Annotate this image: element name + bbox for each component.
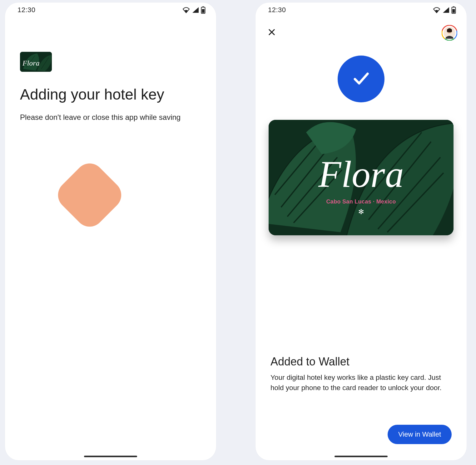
status-bar: 12:30 <box>255 2 467 17</box>
hotel-key-card[interactable]: Flora Cabo San Lucas · Mexico ✻ <box>269 120 454 235</box>
page-title: Added to Wallet <box>270 355 350 368</box>
page-subtitle: Your digital hotel key works like a plas… <box>270 373 452 393</box>
gesture-bar[interactable] <box>335 456 388 457</box>
phone-frame-left: 12:30 <box>5 2 216 460</box>
status-icons <box>433 6 456 14</box>
gesture-bar[interactable] <box>84 456 137 457</box>
profile-avatar[interactable] <box>442 25 457 41</box>
wifi-icon <box>182 7 190 13</box>
wifi-icon <box>433 7 441 13</box>
sparkle-icon: ✻ <box>358 208 364 216</box>
battery-icon <box>201 6 206 14</box>
svg-rect-5 <box>453 9 455 13</box>
spinner-shape-icon <box>52 157 127 232</box>
status-icons <box>182 6 206 14</box>
cellular-icon <box>192 7 199 13</box>
svg-rect-1 <box>202 9 205 13</box>
battery-icon <box>451 6 456 14</box>
brand-name: Flora <box>269 156 454 193</box>
close-icon <box>267 28 276 38</box>
status-time: 12:30 <box>17 6 36 14</box>
hotel-location: Cabo San Lucas · Mexico <box>269 198 454 205</box>
loading-spinner <box>20 169 201 222</box>
success-checkmark-badge <box>338 56 384 102</box>
svg-rect-6 <box>453 7 454 7</box>
brand-name-small: Flora <box>22 59 40 67</box>
checkmark-icon <box>350 67 373 91</box>
view-in-wallet-button[interactable]: View in Wallet <box>388 425 452 444</box>
page-title: Adding your hotel key <box>20 86 201 104</box>
status-bar: 12:30 <box>5 2 216 17</box>
status-time: 12:30 <box>268 6 286 14</box>
page-subtitle: Please don't leave or close this app whi… <box>20 113 201 122</box>
cellular-icon <box>443 7 449 13</box>
close-button[interactable] <box>265 26 279 40</box>
svg-rect-2 <box>202 7 204 7</box>
hotel-key-thumbnail: Flora <box>20 52 52 72</box>
phone-frame-right: 12:30 <box>255 2 467 460</box>
